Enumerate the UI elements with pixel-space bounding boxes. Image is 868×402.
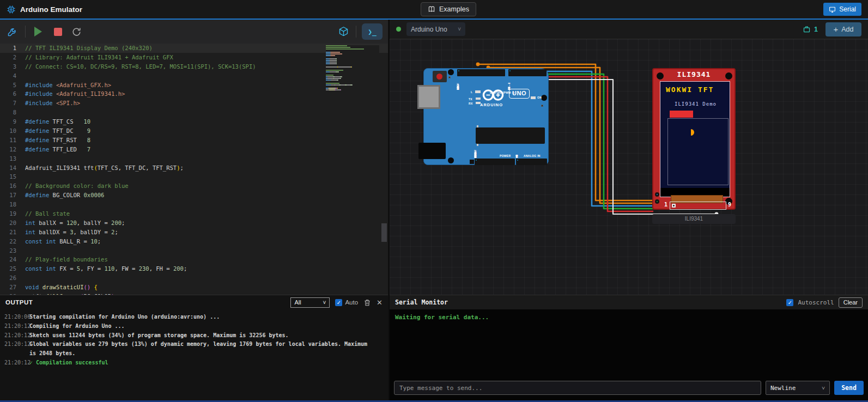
auto-label: Auto — [345, 299, 358, 306]
autoscroll-checkbox[interactable]: ✓ — [786, 299, 793, 306]
toolbar-separator — [356, 26, 356, 38]
code-editor[interactable]: 1// TFT ILI9341 Display Demo (240x320)2/… — [0, 44, 388, 295]
digital-pin-labels-right: 7~6~54~32TX→1RX←0 — [508, 77, 547, 90]
serial-output-text: Waiting for serial data... — [390, 309, 868, 380]
serial-message-input[interactable] — [394, 381, 761, 395]
led-l-label: L — [471, 90, 472, 94]
mounting-hole — [448, 157, 454, 163]
log-entry: 21:20:12✓ Compilation successful — [4, 358, 369, 368]
output-log: 21:20:06Starting compilation for Arduino… — [0, 309, 388, 368]
led-rx-label: RX — [469, 102, 473, 105]
led-tx-label: TX — [469, 98, 472, 101]
reset-button[interactable] — [433, 71, 447, 82]
chevron-down-icon: ˅ — [323, 300, 326, 306]
analog-pin-labels: A0A1A2A3A4A5 — [516, 144, 547, 158]
output-title: OUTPUT — [5, 299, 33, 306]
power-jack — [418, 143, 446, 159]
line-ending-select[interactable]: Newline ˅ — [766, 381, 830, 395]
chevron-down-icon: ˅ — [822, 385, 825, 391]
cube-icon — [338, 26, 349, 38]
add-label: Add — [841, 26, 853, 33]
refresh-icon — [71, 27, 82, 37]
arduino-brand-text: ARDUINO — [480, 102, 503, 107]
scrollbar-thumb[interactable] — [381, 223, 387, 242]
wire-pad-green — [655, 199, 659, 204]
usb-connector — [417, 85, 440, 109]
atmega-chip — [476, 127, 545, 144]
board-select-value: Arduino Uno — [411, 26, 447, 33]
serial-monitor-title: Serial Monitor — [395, 299, 448, 306]
close-icon: ✕ — [377, 299, 383, 307]
on-led — [531, 96, 536, 99]
pin-9-label: 9 — [728, 202, 731, 208]
build-settings-button[interactable] — [5, 25, 20, 39]
play-icon — [34, 27, 42, 36]
led-tx — [476, 98, 481, 100]
analog-pin-header[interactable] — [516, 159, 547, 165]
output-panel: OUTPUT All ˅ ✓ Auto ✕ — [0, 295, 388, 400]
board-select[interactable]: Arduino Uno ˅ — [406, 22, 465, 36]
clear-output-button[interactable] — [363, 299, 371, 307]
mounting-hole — [541, 95, 547, 101]
arduino-uno-part[interactable]: AREFGND1312~11~10~98 7~6~54~32TX→1RX←0 D… — [423, 68, 549, 165]
power-pin-header[interactable] — [475, 159, 515, 165]
clear-serial-button[interactable]: Clear — [839, 297, 863, 308]
log-entry: 21:20:12Sketch uses 11244 bytes (34%) of… — [4, 331, 369, 340]
screen-red-rect — [670, 111, 693, 118]
send-button[interactable]: Send — [834, 381, 864, 395]
monitor-icon — [829, 6, 836, 13]
toolbar-separator — [25, 26, 26, 38]
digital-pin-header-left[interactable] — [457, 69, 505, 76]
serial-monitor-panel: Serial Monitor ✓ Autoscroll Clear Waitin… — [390, 295, 868, 400]
log-entry: 21:20:12Global variables use 279 bytes (… — [4, 340, 369, 358]
serial-input-row: Newline ˅ Send — [390, 380, 868, 400]
ili9341-display-part[interactable]: ILI9341 WOKWI TFT ILI9341 Demo 1 9 — [652, 68, 736, 210]
run-button[interactable] — [31, 25, 45, 39]
app-brand: Arduino Emulator — [0, 5, 82, 14]
on-label: ON — [537, 96, 542, 99]
plus-icon: + — [833, 25, 838, 34]
tft-pin-header[interactable] — [670, 202, 726, 210]
restart-button[interactable] — [69, 25, 83, 39]
parts-count: 1 — [814, 26, 818, 33]
extra-pin — [470, 160, 474, 164]
wire-orange-1-endpoint — [476, 63, 480, 66]
close-output-button[interactable]: ✕ — [377, 299, 383, 307]
wrench-icon — [7, 26, 18, 37]
mounting-hole — [725, 72, 732, 80]
serial-button[interactable]: Serial — [823, 3, 861, 16]
screen-title: WOKWI TFT — [666, 86, 714, 94]
tft-screen: WOKWI TFT ILI9341 Demo — [660, 81, 730, 197]
editor-toolbar: ❯_ — [0, 20, 388, 44]
title-bar: Arduino Emulator Examples Serial — [0, 0, 868, 19]
log-entry: 21:20:12Compiling for Arduino Uno ... — [4, 322, 369, 331]
autoscroll-label: Autoscroll — [798, 299, 834, 306]
editor-scrollbar[interactable] — [380, 44, 388, 295]
parts-bag-icon[interactable] — [803, 25, 811, 33]
chevron-down-icon: ˅ — [458, 26, 461, 32]
digital-pin-header-right[interactable] — [508, 69, 547, 76]
mounting-hole — [657, 72, 664, 80]
terminal-toggle-button[interactable]: ❯_ — [362, 23, 383, 40]
editor-column: ❯_ 1// TFT ILI9341 Display Demo (240x320… — [0, 20, 388, 400]
chip-icon — [7, 5, 16, 14]
stop-icon — [54, 28, 62, 36]
serial-button-label: Serial — [839, 5, 856, 13]
wire-pad-blue — [655, 192, 659, 197]
stop-button[interactable] — [51, 25, 65, 39]
library-manager-button[interactable] — [336, 25, 350, 39]
screen-subtitle: ILI9341 Demo — [675, 101, 717, 107]
serial-monitor-header: Serial Monitor ✓ Autoscroll Clear — [390, 295, 868, 309]
add-part-button[interactable]: + Add — [825, 22, 861, 36]
log-entry: 21:20:06Starting compilation for Arduino… — [4, 313, 369, 322]
examples-button[interactable]: Examples — [421, 2, 476, 16]
diagram-column: Arduino Uno ˅ 1 + Add — [389, 20, 868, 400]
line-ending-value: Newline — [770, 385, 796, 392]
mounting-hole — [448, 69, 454, 75]
diagram-canvas[interactable]: AREFGND1312~11~10~98 7~6~54~32TX→1RX←0 D… — [390, 39, 868, 295]
minimap[interactable] — [326, 45, 379, 295]
part-tooltip: ILI9341 — [652, 214, 736, 224]
output-filter-value: All — [294, 299, 301, 306]
output-filter-select[interactable]: All ˅ — [290, 297, 330, 308]
autoscroll-output-checkbox[interactable]: ✓ — [335, 299, 342, 306]
